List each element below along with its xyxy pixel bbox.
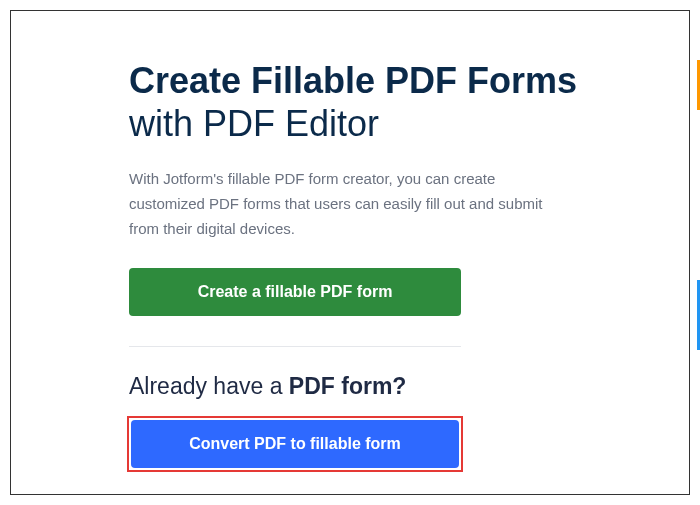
page-title: Create Fillable PDF Forms with PDF Edito… (129, 59, 599, 145)
description-text: With Jotform's fillable PDF form creator… (129, 167, 549, 241)
divider (129, 346, 461, 347)
highlight-annotation: Convert PDF to fillable form (127, 416, 463, 472)
title-bold: Create Fillable PDF Forms (129, 60, 577, 101)
subheading: Already have a PDF form? (129, 373, 599, 400)
convert-pdf-button[interactable]: Convert PDF to fillable form (131, 420, 459, 468)
subheading-prefix: Already have a (129, 373, 289, 399)
subheading-bold: PDF form? (289, 373, 407, 399)
title-subtitle: with PDF Editor (129, 103, 379, 144)
content-frame: Create Fillable PDF Forms with PDF Edito… (10, 10, 690, 495)
create-fillable-pdf-button[interactable]: Create a fillable PDF form (129, 268, 461, 316)
